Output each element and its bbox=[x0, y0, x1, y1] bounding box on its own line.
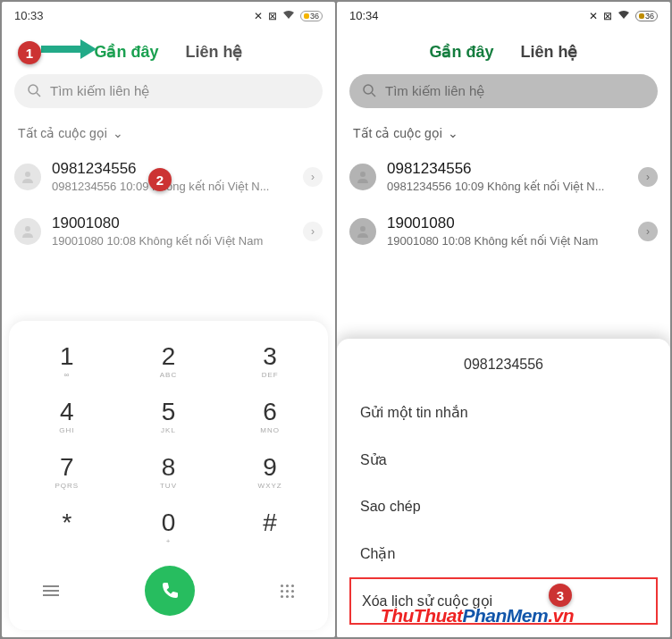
dialpad-key-star[interactable]: * bbox=[16, 501, 118, 557]
dialpad-key-0[interactable]: 0+ bbox=[118, 501, 220, 557]
battery-icon: 36 bbox=[635, 11, 658, 21]
call-details-button[interactable]: › bbox=[303, 167, 323, 187]
menu-icon[interactable] bbox=[43, 585, 59, 596]
menu-send-message[interactable]: Gửi một tin nhắn bbox=[337, 389, 670, 436]
status-bar: 10:34 ✕ ⊠ 36 bbox=[337, 2, 670, 26]
call-meta: 0981234556 10:09 Không kết nối Việt N... bbox=[387, 180, 638, 193]
call-number: 0981234556 bbox=[52, 160, 303, 178]
tab-contacts[interactable]: Liên hệ bbox=[521, 42, 578, 62]
call-details-button[interactable]: › bbox=[638, 167, 658, 187]
annotation-badge-1: 1 bbox=[18, 41, 41, 64]
context-menu: 0981234556 Gửi một tin nhắn Sửa Sao chép… bbox=[337, 339, 670, 637]
svg-point-0 bbox=[29, 85, 38, 94]
call-number: 19001080 bbox=[387, 214, 638, 232]
dialpad-key-4[interactable]: 4GHI bbox=[16, 391, 118, 446]
wifi-icon bbox=[282, 10, 295, 22]
do-not-disturb-icon: ✕ bbox=[589, 10, 598, 22]
svg-point-4 bbox=[364, 85, 373, 94]
search-input[interactable]: Tìm kiếm liên hệ bbox=[349, 74, 658, 108]
menu-block[interactable]: Chặn bbox=[337, 530, 670, 577]
menu-copy[interactable]: Sao chép bbox=[337, 483, 670, 530]
dialpad-key-8[interactable]: 8TUV bbox=[118, 446, 220, 501]
svg-point-2 bbox=[25, 172, 30, 177]
tab-contacts[interactable]: Liên hệ bbox=[186, 42, 243, 62]
close-box-icon: ⊠ bbox=[268, 10, 277, 22]
screenshot-left: 1 2 10:33 ✕ ⊠ 36 Gần đây Liên hệ Tìm kiế… bbox=[2, 2, 335, 637]
call-button[interactable] bbox=[145, 566, 195, 616]
svg-line-5 bbox=[372, 93, 375, 97]
svg-point-7 bbox=[360, 226, 365, 231]
annotation-arrow bbox=[41, 46, 84, 53]
annotation-badge-2: 2 bbox=[148, 168, 172, 191]
close-box-icon: ⊠ bbox=[603, 10, 612, 22]
search-placeholder: Tìm kiếm liên hệ bbox=[50, 83, 149, 99]
status-icons: ✕ ⊠ 36 bbox=[254, 10, 323, 22]
search-placeholder: Tìm kiếm liên hệ bbox=[385, 83, 484, 99]
watermark: ThuThuatPhanMem.vn bbox=[381, 605, 574, 626]
dialpad-key-3[interactable]: 3DEF bbox=[219, 335, 321, 391]
svg-line-1 bbox=[37, 93, 40, 97]
avatar-icon bbox=[349, 164, 376, 190]
chevron-down-icon: ⌄ bbox=[113, 126, 123, 140]
dialpad-key-7[interactable]: 7PQRS bbox=[16, 446, 118, 501]
screenshot-right: 10:34 ✕ ⊠ 36 Gần đây Liên hệ Tìm k bbox=[337, 2, 670, 637]
tab-recent[interactable]: Gần đây bbox=[429, 42, 493, 62]
dialpad-key-6[interactable]: 6MNO bbox=[219, 391, 321, 446]
dialpad-key-1[interactable]: 1∞ bbox=[16, 335, 118, 391]
dialpad: 1∞ 2ABC 3DEF 4GHI 5JKL 6MNO 7PQRS 8TUV 9… bbox=[9, 321, 328, 630]
call-meta: 19001080 10:08 Không kết nối Việt Nam bbox=[52, 234, 303, 248]
status-bar: 10:33 ✕ ⊠ 36 bbox=[2, 2, 335, 26]
dialpad-key-hash[interactable]: # bbox=[219, 501, 321, 557]
status-time: 10:33 bbox=[14, 9, 44, 22]
wifi-icon bbox=[617, 10, 630, 22]
keypad-toggle-icon[interactable] bbox=[281, 584, 294, 598]
call-log-item[interactable]: 19001080 19001080 10:08 Không kết nối Vi… bbox=[2, 206, 335, 260]
call-details-button[interactable]: › bbox=[638, 222, 658, 241]
filter-dropdown[interactable]: Tất cả cuộc gọi ⌄ bbox=[2, 119, 335, 151]
annotation-badge-3: 3 bbox=[549, 584, 572, 607]
call-log-item[interactable]: 0981234556 0981234556 10:09 Không kết nố… bbox=[337, 151, 670, 206]
do-not-disturb-icon: ✕ bbox=[254, 10, 263, 22]
chevron-down-icon: ⌄ bbox=[448, 126, 458, 140]
svg-point-3 bbox=[25, 226, 30, 231]
search-icon bbox=[362, 83, 376, 100]
menu-edit[interactable]: Sửa bbox=[337, 436, 670, 483]
filter-dropdown[interactable]: Tất cả cuộc gọi ⌄ bbox=[337, 119, 670, 151]
status-time: 10:34 bbox=[349, 9, 379, 22]
dialpad-key-2[interactable]: 2ABC bbox=[118, 335, 220, 391]
context-menu-title: 0981234556 bbox=[337, 357, 670, 373]
battery-icon: 36 bbox=[300, 11, 323, 21]
call-number: 19001080 bbox=[52, 214, 303, 232]
tabs: Gần đây Liên hệ bbox=[337, 26, 670, 74]
search-icon bbox=[27, 83, 41, 100]
call-details-button[interactable]: › bbox=[303, 222, 323, 241]
dialpad-key-9[interactable]: 9WXYZ bbox=[219, 446, 321, 501]
search-input[interactable]: Tìm kiếm liên hệ bbox=[14, 74, 323, 108]
call-meta: 0981234556 10:09 Không kết nối Việt N... bbox=[52, 180, 303, 193]
call-meta: 19001080 10:08 Không kết nối Việt Nam bbox=[387, 234, 638, 248]
svg-point-6 bbox=[360, 172, 365, 177]
dialpad-key-5[interactable]: 5JKL bbox=[118, 391, 220, 446]
avatar-icon bbox=[14, 218, 41, 245]
call-number: 0981234556 bbox=[387, 160, 638, 178]
avatar-icon bbox=[349, 218, 376, 245]
call-log-item[interactable]: 19001080 19001080 10:08 Không kết nối Vi… bbox=[337, 206, 670, 260]
tab-recent[interactable]: Gần đây bbox=[94, 42, 158, 62]
avatar-icon bbox=[14, 164, 41, 190]
status-icons: ✕ ⊠ 36 bbox=[589, 10, 658, 22]
